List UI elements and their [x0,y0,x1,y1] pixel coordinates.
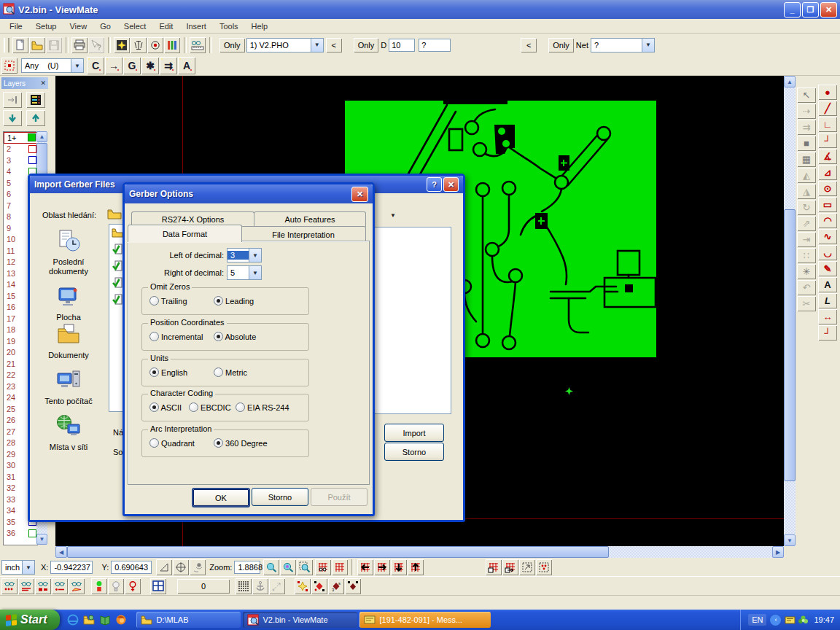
radio-button-icon[interactable] [149,438,159,448]
place-network-places[interactable]: Místa v síti [36,413,101,452]
layer-colors-icon[interactable] [164,37,180,53]
flash-mode4-icon[interactable] [345,578,361,594]
cancel-button[interactable]: Storno [252,488,308,506]
tab-auto-features[interactable]: Auto Features [254,211,366,227]
place-documents[interactable]: Dokumenty [36,322,101,360]
layer-up-button[interactable] [26,110,45,126]
dot-select-icon[interactable] [536,559,552,575]
import-button[interactable]: Import [384,424,444,442]
flash-mode1-icon[interactable] [295,578,311,594]
only-net-button[interactable]: Only [548,38,574,52]
goto-layer-button[interactable] [3,92,22,108]
language-indicator[interactable]: EN [748,614,766,626]
settings-gear-button[interactable]: ✳ [797,264,816,279]
layer-row-2[interactable]: 2 [4,144,37,155]
radio-button-icon[interactable] [214,296,223,306]
dcode-query-input[interactable]: ? [419,39,451,52]
pan-right-icon[interactable] [374,559,390,575]
measure-icon[interactable] [131,37,147,53]
layers-panel-titlebar[interactable]: Layers ✕ [1,77,48,89]
layer-row-36[interactable]: 36 [4,528,37,540]
undo-button[interactable]: ↶ [797,280,816,295]
draw-sketch-button[interactable]: ✎ [818,261,837,276]
grid-step-icon[interactable] [502,559,518,575]
radio-button-icon[interactable] [214,332,223,341]
radio-metric[interactable]: Metric [214,368,247,377]
view-outline-icon[interactable] [52,578,68,594]
cut-path-button[interactable]: ✂ [797,296,816,311]
grid-display-icon[interactable] [332,559,348,575]
layer-row-1[interactable]: 1+ [4,132,37,144]
explorer-icon[interactable] [83,614,95,626]
context-help-icon[interactable]: ? [88,37,104,53]
view-pads-icon[interactable] [1,578,18,594]
arrow-select-button[interactable]: → [105,57,122,74]
menu-setup[interactable]: Setup [29,20,63,32]
chevron-down-icon[interactable]: ▼ [249,266,261,279]
task-button-active[interactable]: V2.bin - ViewMate [243,612,357,628]
radio-ebcdic[interactable]: EBCDIC [189,402,231,412]
chevron-down-icon[interactable]: ▼ [22,561,34,574]
ok-button[interactable]: OK [192,488,250,508]
origin-crosshair-icon[interactable] [173,559,189,575]
count-field[interactable]: 0 [177,579,230,594]
apply-button[interactable]: Použít [311,488,368,506]
text-select-button[interactable]: A [178,57,195,74]
draw-rectangle-button[interactable]: ▭ [818,197,837,212]
layer-combobox[interactable]: 1) V2.PHO ▼ [246,38,324,52]
radio-ascii[interactable]: ASCII [149,402,182,412]
view-sketch-icon[interactable] [69,578,85,594]
only-layer-button[interactable]: Only [219,38,245,52]
text-tool-button[interactable]: A [818,277,837,292]
gerber-select-button[interactable]: G [123,57,141,74]
gerber-options-titlebar[interactable]: Gerber Options ✕ [125,184,373,203]
move-item-button[interactable]: ⇥ [797,232,816,247]
place-recent-documents[interactable]: Poslední dokumenty [36,228,101,276]
relative-move-icon[interactable] [269,578,285,594]
radio-incremental[interactable]: Incremental [149,332,203,341]
radio-trailing[interactable]: Trailing [149,296,187,306]
unit-combobox[interactable]: inch ▼ [1,560,35,575]
menu-tools[interactable]: Tools [213,20,245,32]
layer-row-3[interactable]: 3 [4,155,37,166]
messenger-icon[interactable] [785,615,796,626]
flash-select-button[interactable]: ✱ [141,57,159,74]
ruler-icon[interactable] [190,37,206,53]
corner-tool-button[interactable]: ┘ [818,325,837,341]
close-button[interactable]: ✕ [820,2,837,18]
radio-eia-rs-244[interactable]: EIA RS-244 [236,402,289,412]
menu-select[interactable]: Select [117,20,153,32]
radio-button-icon[interactable] [149,296,159,306]
radio-button-icon[interactable] [214,438,223,448]
scale-button[interactable]: ⇗ [797,216,816,231]
radio-button-icon[interactable] [189,402,198,412]
layers-scroll-down-button[interactable]: ▼ [36,534,47,545]
start-button[interactable]: Start [0,610,60,630]
vertical-scroll-thumb[interactable] [784,209,796,481]
anchor-icon[interactable] [252,578,268,594]
only-dcode-button[interactable]: Only [354,38,379,52]
draw-line-button[interactable]: ╱ [818,101,837,116]
vertical-scrollbar[interactable]: ▲ ▼ [784,76,796,546]
flash-mode2-icon[interactable] [311,578,327,594]
flash-mode3-icon[interactable]: s3 [328,578,344,594]
radio-leading[interactable]: Leading [214,296,254,306]
mirror-vertical-button[interactable]: ◭ [797,168,816,183]
radio-button-icon[interactable] [149,402,159,412]
draw-arc-button[interactable]: ◠ [818,213,837,228]
pan-up-icon[interactable] [408,559,424,575]
chevron-down-icon[interactable]: ▼ [71,59,83,72]
layer-down-button[interactable] [3,110,22,126]
antivirus-icon[interactable] [798,615,809,626]
collapse-tray-button[interactable]: ‹ [770,615,781,626]
prev-layer-button[interactable]: < [326,38,342,52]
rotate-button[interactable]: ↻ [797,200,816,215]
chevron-down-icon[interactable]: ▼ [311,39,323,52]
minimize-button[interactable]: _ [784,2,801,18]
label-tool-button[interactable]: L [818,293,837,308]
radio-absolute[interactable]: Absolute [214,332,256,341]
radio-english[interactable]: English [149,368,187,377]
chevron-down-icon[interactable]: ▼ [249,249,261,262]
copy-to-layer-button[interactable]: ⇉ [797,120,816,135]
prev-net-button[interactable]: < [521,38,537,52]
